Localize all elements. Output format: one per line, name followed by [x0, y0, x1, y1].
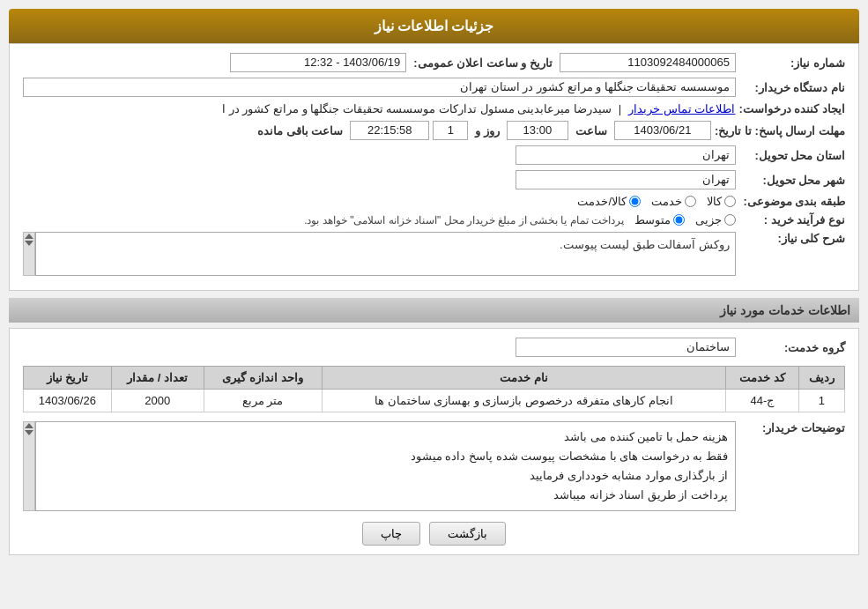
- deadline-day-label: روز و: [475, 124, 500, 137]
- scroll-up-icon[interactable]: [25, 234, 33, 239]
- category-radio-group: کالا خدمت کالا/خدمت: [23, 195, 736, 208]
- deadline-days: 1: [433, 121, 468, 140]
- description-value: روکش آسفالت طبق لیست پیوست.: [35, 232, 736, 276]
- announce-label: تاریخ و ساعت اعلان عمومی:: [413, 56, 553, 70]
- process-motavaset-label: متوسط: [634, 213, 671, 227]
- category-kala-radio[interactable]: [724, 196, 736, 207]
- service-group-label: گروه خدمت:: [739, 341, 845, 354]
- buyer-notes-label: توضیحات خریدار:: [739, 421, 845, 434]
- notes-scrollbar[interactable]: [23, 421, 35, 511]
- category-khadamat-radio[interactable]: [685, 196, 696, 207]
- category-label: طبقه بندی موضوعی:: [739, 195, 845, 208]
- cell-qty: 2000: [111, 390, 204, 412]
- deadline-date: 1403/06/21: [614, 121, 711, 140]
- creator-separator: |: [619, 102, 621, 115]
- category-kala-khadamat-label: کالا/خدمت: [577, 195, 627, 208]
- city-label: شهر محل تحویل:: [739, 174, 845, 187]
- process-motavaset-radio[interactable]: [673, 214, 685, 226]
- buyer-note-item: از بارگذاری موارد مشابه خودداری فرمایید: [43, 466, 728, 486]
- table-row: 1 ج-44 انجام کارهای متفرقه درخصوص بازساز…: [24, 390, 845, 412]
- province-label: استان محل تحویل:: [739, 149, 845, 162]
- description-scrollbar[interactable]: [23, 232, 35, 276]
- need-number-label: شماره نیاز:: [739, 56, 845, 70]
- col-header-name: نام خدمت: [322, 367, 726, 390]
- category-kala-label: کالا: [707, 195, 722, 208]
- print-button[interactable]: چاپ: [362, 522, 420, 546]
- cell-unit: متر مربع: [204, 390, 322, 412]
- buyer-note-item: فقط به درخواست های با مشخصات پیوست شده پ…: [43, 447, 728, 466]
- category-khadamat-label: خدمت: [651, 195, 682, 208]
- city-value: تهران: [516, 170, 736, 189]
- category-kala-khadamat-radio[interactable]: [629, 196, 641, 207]
- services-section-header: اطلاعات خدمات مورد نیاز: [9, 298, 859, 323]
- announce-value: 1403/06/19 - 12:32: [230, 53, 406, 72]
- buyer-notes-box: هزینه حمل با تامین کننده می باشدفقط به د…: [35, 421, 736, 511]
- buyer-note-item: هزینه حمل با تامین کننده می باشد: [43, 427, 728, 447]
- scroll-down-icon[interactable]: [25, 241, 33, 246]
- buyer-label: نام دستگاه خریدار:: [739, 81, 845, 94]
- creator-link[interactable]: اطلاعات تماس خریدار: [628, 102, 735, 115]
- deadline-remaining: 22:15:58: [350, 121, 429, 140]
- col-header-unit: واحد اندازه گیری: [204, 367, 322, 390]
- cell-date: 1403/06/26: [24, 390, 112, 412]
- buyer-note-item: پرداخت از طریق اسناد خزانه میباشد: [43, 486, 728, 505]
- notes-scroll-down-icon[interactable]: [25, 430, 33, 435]
- cell-code: ج-44: [726, 390, 798, 412]
- process-jozee-label: جزیی: [695, 213, 722, 227]
- service-group-value: ساختمان: [516, 338, 736, 357]
- button-row: بازگشت چاپ: [23, 522, 845, 546]
- buyer-value: موسسسه تحقیقات جنگلها و مراتع کشور در اس…: [23, 78, 736, 97]
- col-header-code: کد خدمت: [726, 367, 798, 390]
- deadline-label: مهلت ارسال پاسخ: تا تاریخ:: [715, 124, 845, 137]
- page-header: جزئیات اطلاعات نیاز: [9, 9, 859, 43]
- description-label: شرح کلی نیاز:: [739, 232, 845, 245]
- deadline-remaining-label: ساعت باقی مانده: [257, 124, 343, 137]
- creator-value: سیدرضا میرعابدینی مسئول تداركات موسسسه ت…: [222, 102, 612, 115]
- col-header-qty: تعداد / مقدار: [111, 367, 204, 390]
- process-note: پرداخت تمام یا بخشی از مبلغ خریدار محل "…: [304, 214, 624, 227]
- process-label: نوع فرآیند خرید :: [739, 213, 845, 227]
- province-value: تهران: [516, 145, 736, 165]
- services-table-section: ردیف کد خدمت نام خدمت واحد اندازه گیری ت…: [23, 366, 845, 412]
- process-radio-group: جزیی متوسط پرداخت تمام یا بخشی از مبلغ خ…: [23, 213, 736, 227]
- notes-scroll-up-icon[interactable]: [25, 423, 33, 428]
- cell-name: انجام کارهای متفرقه درخصوص بازسازی و بهس…: [322, 390, 726, 412]
- page-title: جزئیات اطلاعات نیاز: [375, 19, 494, 33]
- cell-row: 1: [798, 390, 844, 412]
- deadline-time-label: ساعت: [575, 124, 607, 137]
- deadline-time: 13:00: [507, 121, 568, 140]
- back-button[interactable]: بازگشت: [429, 522, 506, 546]
- need-number-value: 1103092484000065: [560, 53, 736, 72]
- services-table: ردیف کد خدمت نام خدمت واحد اندازه گیری ت…: [23, 366, 845, 412]
- creator-label: ایجاد کننده درخواست:: [738, 102, 845, 115]
- col-header-row: ردیف: [798, 367, 844, 390]
- process-jozee-radio[interactable]: [724, 214, 736, 226]
- col-header-date: تاریخ نیاز: [24, 367, 112, 390]
